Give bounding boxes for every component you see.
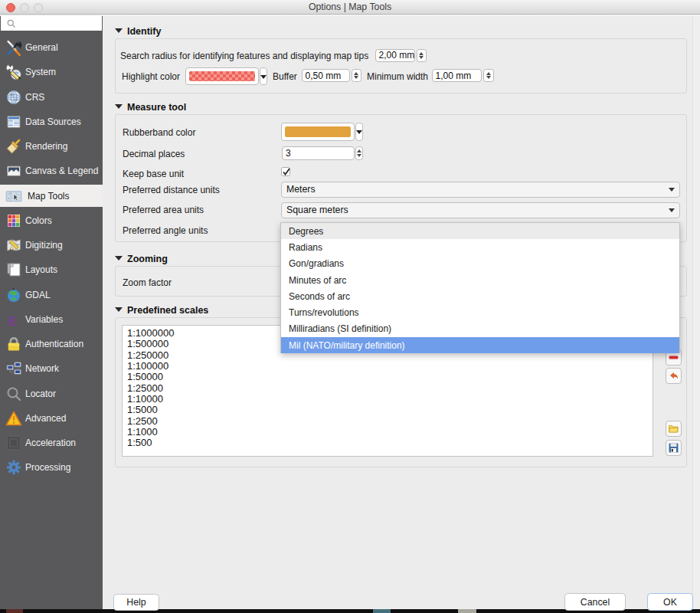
svg-text:ε: ε (8, 311, 17, 328)
